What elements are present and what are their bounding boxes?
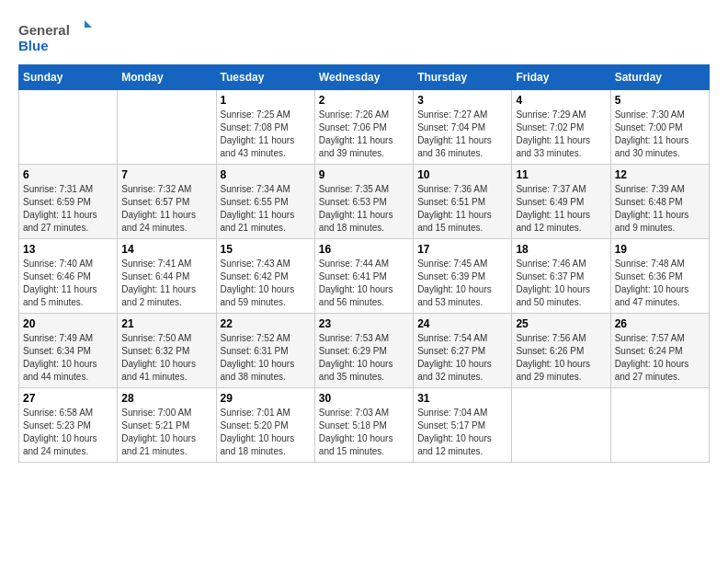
day-info: Sunrise: 7:36 AMSunset: 6:51 PMDaylight:… (417, 183, 507, 235)
svg-text:General: General (18, 22, 70, 38)
weekday-header-friday: Friday (512, 65, 610, 90)
day-number: 17 (417, 243, 507, 256)
calendar-week-3: 13Sunrise: 7:40 AMSunset: 6:46 PMDayligh… (19, 239, 710, 314)
calendar-cell: 26Sunrise: 7:57 AMSunset: 6:24 PMDayligh… (610, 314, 709, 388)
day-info: Sunrise: 7:37 AMSunset: 6:49 PMDaylight:… (516, 183, 606, 235)
calendar-cell: 8Sunrise: 7:34 AMSunset: 6:55 PMDaylight… (216, 165, 314, 239)
calendar-cell: 1Sunrise: 7:25 AMSunset: 7:08 PMDaylight… (216, 90, 314, 165)
weekday-header-tuesday: Tuesday (216, 65, 314, 90)
day-info: Sunrise: 7:44 AMSunset: 6:41 PMDaylight:… (319, 258, 409, 309)
calendar-cell: 6Sunrise: 7:31 AMSunset: 6:59 PMDaylight… (19, 165, 118, 239)
calendar-cell: 10Sunrise: 7:36 AMSunset: 6:51 PMDayligh… (414, 165, 512, 239)
day-info: Sunrise: 7:04 AMSunset: 5:17 PMDaylight:… (417, 407, 507, 458)
day-number: 27 (23, 392, 113, 405)
day-info: Sunrise: 7:56 AMSunset: 6:26 PMDaylight:… (516, 332, 606, 384)
day-info: Sunrise: 7:29 AMSunset: 7:02 PMDaylight:… (516, 109, 606, 160)
day-number: 12 (615, 168, 705, 181)
calendar-cell: 9Sunrise: 7:35 AMSunset: 6:53 PMDaylight… (314, 165, 413, 239)
day-info: Sunrise: 7:54 AMSunset: 6:27 PMDaylight:… (417, 332, 507, 384)
day-info: Sunrise: 7:01 AMSunset: 5:20 PMDaylight:… (221, 407, 311, 458)
calendar-cell: 30Sunrise: 7:03 AMSunset: 5:18 PMDayligh… (314, 388, 413, 463)
day-number: 10 (417, 168, 507, 181)
day-info: Sunrise: 7:53 AMSunset: 6:29 PMDaylight:… (319, 332, 409, 384)
calendar-table: SundayMondayTuesdayWednesdayThursdayFrid… (18, 64, 710, 463)
day-info: Sunrise: 7:03 AMSunset: 5:18 PMDaylight:… (319, 407, 409, 458)
calendar-week-5: 27Sunrise: 6:58 AMSunset: 5:23 PMDayligh… (19, 388, 710, 463)
svg-text:Blue: Blue (18, 38, 49, 53)
calendar-cell: 11Sunrise: 7:37 AMSunset: 6:49 PMDayligh… (512, 165, 610, 239)
day-number: 5 (615, 94, 705, 107)
day-info: Sunrise: 7:46 AMSunset: 6:37 PMDaylight:… (516, 258, 606, 309)
calendar-cell: 28Sunrise: 7:00 AMSunset: 5:21 PMDayligh… (118, 388, 216, 463)
day-info: Sunrise: 7:45 AMSunset: 6:39 PMDaylight:… (417, 258, 507, 309)
logo-svg: General Blue (18, 18, 92, 55)
day-number: 7 (121, 168, 211, 181)
calendar-cell (512, 388, 610, 463)
calendar-cell (19, 90, 118, 165)
day-number: 31 (417, 392, 507, 405)
weekday-header-monday: Monday (118, 65, 216, 90)
calendar-cell: 25Sunrise: 7:56 AMSunset: 6:26 PMDayligh… (512, 314, 610, 388)
weekday-header-saturday: Saturday (610, 65, 709, 90)
weekday-header-sunday: Sunday (19, 65, 118, 90)
calendar-cell: 18Sunrise: 7:46 AMSunset: 6:37 PMDayligh… (512, 239, 610, 314)
day-info: Sunrise: 7:40 AMSunset: 6:46 PMDaylight:… (23, 258, 113, 309)
calendar-cell: 24Sunrise: 7:54 AMSunset: 6:27 PMDayligh… (414, 314, 512, 388)
calendar-cell: 20Sunrise: 7:49 AMSunset: 6:34 PMDayligh… (19, 314, 118, 388)
day-number: 18 (516, 243, 606, 256)
day-number: 3 (417, 94, 507, 107)
day-info: Sunrise: 7:41 AMSunset: 6:44 PMDaylight:… (121, 258, 211, 309)
day-number: 15 (221, 243, 311, 256)
day-number: 25 (516, 317, 606, 330)
day-number: 20 (23, 317, 113, 330)
day-info: Sunrise: 7:52 AMSunset: 6:31 PMDaylight:… (221, 332, 311, 384)
calendar-cell: 27Sunrise: 6:58 AMSunset: 5:23 PMDayligh… (19, 388, 118, 463)
day-info: Sunrise: 7:39 AMSunset: 6:48 PMDaylight:… (615, 183, 705, 235)
day-number: 6 (23, 168, 113, 181)
calendar-cell (118, 90, 216, 165)
calendar-cell: 12Sunrise: 7:39 AMSunset: 6:48 PMDayligh… (610, 165, 709, 239)
day-info: Sunrise: 6:58 AMSunset: 5:23 PMDaylight:… (23, 407, 113, 458)
calendar-cell: 5Sunrise: 7:30 AMSunset: 7:00 PMDaylight… (610, 90, 709, 165)
day-info: Sunrise: 7:30 AMSunset: 7:00 PMDaylight:… (615, 109, 705, 160)
calendar-cell: 19Sunrise: 7:48 AMSunset: 6:36 PMDayligh… (610, 239, 709, 314)
day-info: Sunrise: 7:57 AMSunset: 6:24 PMDaylight:… (615, 332, 705, 384)
day-number: 9 (319, 168, 409, 181)
svg-marker-2 (85, 20, 92, 28)
day-info: Sunrise: 7:32 AMSunset: 6:57 PMDaylight:… (121, 183, 211, 235)
calendar-week-1: 1Sunrise: 7:25 AMSunset: 7:08 PMDaylight… (19, 90, 710, 165)
day-info: Sunrise: 7:35 AMSunset: 6:53 PMDaylight:… (319, 183, 409, 235)
day-info: Sunrise: 7:25 AMSunset: 7:08 PMDaylight:… (221, 109, 311, 160)
day-number: 14 (121, 243, 211, 256)
day-number: 21 (121, 317, 211, 330)
day-number: 13 (23, 243, 113, 256)
day-info: Sunrise: 7:50 AMSunset: 6:32 PMDaylight:… (121, 332, 211, 384)
day-number: 24 (417, 317, 507, 330)
calendar-cell: 2Sunrise: 7:26 AMSunset: 7:06 PMDaylight… (314, 90, 413, 165)
day-number: 30 (319, 392, 409, 405)
calendar-cell: 3Sunrise: 7:27 AMSunset: 7:04 PMDaylight… (414, 90, 512, 165)
logo: General Blue (18, 18, 92, 55)
day-number: 19 (615, 243, 705, 256)
calendar-cell: 17Sunrise: 7:45 AMSunset: 6:39 PMDayligh… (414, 239, 512, 314)
day-info: Sunrise: 7:34 AMSunset: 6:55 PMDaylight:… (221, 183, 311, 235)
calendar-cell: 23Sunrise: 7:53 AMSunset: 6:29 PMDayligh… (314, 314, 413, 388)
calendar-cell: 14Sunrise: 7:41 AMSunset: 6:44 PMDayligh… (118, 239, 216, 314)
day-number: 1 (221, 94, 311, 107)
day-info: Sunrise: 7:43 AMSunset: 6:42 PMDaylight:… (221, 258, 311, 309)
day-info: Sunrise: 7:31 AMSunset: 6:59 PMDaylight:… (23, 183, 113, 235)
day-number: 26 (615, 317, 705, 330)
day-number: 16 (319, 243, 409, 256)
day-info: Sunrise: 7:27 AMSunset: 7:04 PMDaylight:… (417, 109, 507, 160)
calendar-cell: 29Sunrise: 7:01 AMSunset: 5:20 PMDayligh… (216, 388, 314, 463)
calendar-cell: 16Sunrise: 7:44 AMSunset: 6:41 PMDayligh… (314, 239, 413, 314)
weekday-header-row: SundayMondayTuesdayWednesdayThursdayFrid… (19, 65, 710, 90)
day-info: Sunrise: 7:49 AMSunset: 6:34 PMDaylight:… (23, 332, 113, 384)
day-number: 28 (121, 392, 211, 405)
calendar-cell: 15Sunrise: 7:43 AMSunset: 6:42 PMDayligh… (216, 239, 314, 314)
day-number: 8 (221, 168, 311, 181)
calendar-cell: 7Sunrise: 7:32 AMSunset: 6:57 PMDaylight… (118, 165, 216, 239)
weekday-header-wednesday: Wednesday (314, 65, 413, 90)
day-info: Sunrise: 7:48 AMSunset: 6:36 PMDaylight:… (615, 258, 705, 309)
calendar-week-4: 20Sunrise: 7:49 AMSunset: 6:34 PMDayligh… (19, 314, 710, 388)
